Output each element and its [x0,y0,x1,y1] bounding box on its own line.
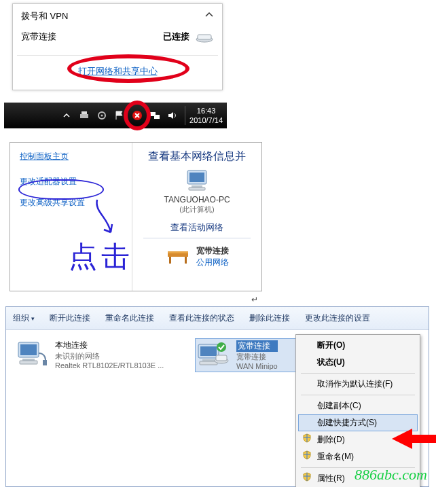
toolbar-disconnect[interactable]: 断开此连接 [50,312,90,324]
pc-sublabel: (此计算机) [137,204,257,215]
menu-unset-default[interactable]: 取消作为默认连接(F) [298,376,418,393]
computer-icon [183,169,211,192]
svg-rect-3 [81,111,87,114]
menu-create-shortcut[interactable]: 创建快捷方式(S) [298,414,418,431]
local-connection-sub2: Realtek RTL8102E/RTL8103E ... [55,361,164,370]
svg-rect-20 [20,361,37,364]
svg-rect-21 [43,360,47,365]
menu-properties[interactable]: 属性(R) [298,470,418,487]
menu-disconnect[interactable]: 断开(O) [298,337,418,354]
bench-icon [165,247,191,267]
svg-rect-1 [198,35,211,39]
context-menu: 断开(O) 状态(U) 取消作为默认连接(F) 创建副本(C) 创建快捷方式(S… [295,334,420,487]
active-networks-heading: 查看活动网络 [137,221,257,234]
broadband-connection-sub1: 宽带连接 [236,352,278,362]
tray-clock[interactable]: 16:43 2010/7/14 [185,106,223,125]
toolbar-organize[interactable]: 组织 [13,312,35,324]
shield-icon [302,433,312,443]
tray-chevron-icon[interactable] [61,110,72,121]
svg-rect-2 [80,114,88,118]
cursor-marker: ↵ [251,295,258,304]
tray-printer-icon[interactable] [79,110,90,121]
network-type-link[interactable]: 公用网络 [196,257,229,268]
svg-rect-14 [168,251,188,253]
toolbar: 组织 断开此连接 重命名此连接 查看此连接的状态 删除此连接 更改此连接的设置 [6,307,429,330]
svg-rect-13 [168,253,188,257]
change-sharing-settings-link[interactable]: 更改高级共享设置 [20,197,126,209]
svg-rect-12 [189,187,205,190]
system-tray: 16:43 2010/7/14 [4,103,227,128]
dialup-vpn-label: 拨号和 VPN [21,10,68,22]
local-connection-item[interactable]: 本地连接 未识别的网络 Realtek RTL8102E/RTL8103E ..… [16,340,164,370]
svg-rect-15 [169,257,171,264]
broadband-connection-sub2: WAN Minipo [236,362,278,370]
svg-rect-23 [200,346,217,356]
broadband-connection-item[interactable]: 宽带连接 宽带连接 WAN Minipo [195,338,297,372]
svg-rect-10 [189,173,204,182]
active-network-name: 宽带连接 [196,245,229,257]
toolbar-rename[interactable]: 重命名此连接 [105,312,154,324]
shield-icon [302,472,312,482]
tray-flag-icon[interactable] [114,110,125,121]
menu-create-copy[interactable]: 创建副本(C) [298,397,418,414]
svg-rect-16 [185,257,187,264]
tray-network-icon[interactable] [149,110,160,121]
broadband-connection-title: 宽带连接 [236,340,278,352]
network-connections-window: 组织 断开此连接 重命名此连接 查看此连接的状态 删除此连接 更改此连接的设置 … [5,306,429,487]
menu-status[interactable]: 状态(U) [298,354,418,371]
svg-point-5 [101,115,103,117]
network-flyout: 拨号和 VPN 宽带连接 已连接 打开网络和共享中心 [12,3,223,90]
svg-rect-25 [200,361,217,365]
toolbar-change-settings[interactable]: 更改此连接的设置 [305,312,370,324]
toolbar-view-status[interactable]: 查看此连接的状态 [169,312,234,324]
tray-time: 16:43 [189,106,223,115]
menu-rename[interactable]: 重命名(M) [298,448,418,465]
chevron-up-icon[interactable] [204,10,214,20]
lan-adapter-icon [16,340,48,370]
tray-settings-icon[interactable] [96,110,107,121]
modem-icon [195,31,214,43]
broadband-connection-row[interactable]: 宽带连接 已连接 [13,29,222,55]
active-network-row[interactable]: 宽带连接 公用网络 [137,245,257,268]
pc-name: TANGUOHAO-PC [137,195,257,204]
svg-rect-8 [154,115,160,119]
wan-adapter-icon [197,340,230,370]
local-connection-title: 本地连接 [55,340,164,351]
change-adapter-settings-link[interactable]: 更改适配器设置 [20,176,126,187]
network-info-heading: 查看基本网络信息并 [137,149,257,164]
menu-delete[interactable]: 删除(D) [298,431,418,448]
connection-name: 宽带连接 [21,31,56,43]
svg-rect-27 [216,355,227,361]
svg-rect-18 [20,344,37,355]
svg-point-28 [217,342,226,352]
tray-volume-icon[interactable] [167,110,178,121]
tray-date: 2010/7/14 [189,115,223,125]
shield-icon [302,450,312,460]
toolbar-delete[interactable]: 删除此连接 [249,312,290,324]
local-connection-sub1: 未识别的网络 [55,351,164,361]
annotation-red-oval [67,54,189,83]
control-panel-home-link[interactable]: 控制面板主页 [20,151,69,161]
connection-status: 已连接 [163,31,189,43]
network-sharing-center: 控制面板主页 更改适配器设置 更改高级共享设置 查看基本网络信息并 TANGUO… [10,142,262,291]
tray-antivirus-icon[interactable] [132,110,143,121]
